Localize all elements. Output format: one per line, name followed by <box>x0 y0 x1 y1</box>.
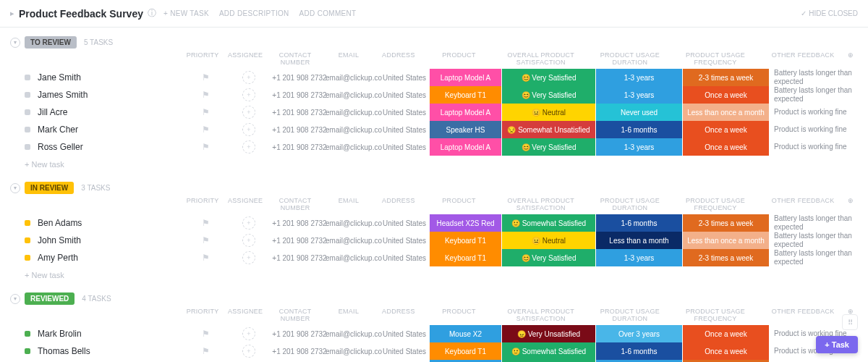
table-row[interactable]: Ben Adams⚑++1 201 908 2732email@clickup.… <box>0 214 868 232</box>
col-feedback[interactable]: OTHER FEEDBACK <box>758 51 843 66</box>
task-name[interactable]: Amy Perth <box>10 249 184 266</box>
new-task-float-button[interactable]: + Task <box>816 336 858 353</box>
col-priority[interactable]: PRIORITY <box>182 308 224 322</box>
table-row[interactable]: Jill Acre⚑++1 201 908 2732email@clickup.… <box>0 104 868 121</box>
duration-chip[interactable]: Over 3 years <box>596 325 683 342</box>
satisfaction-chip[interactable]: 😠 Very Unsatisfied <box>502 325 596 342</box>
add-column-icon[interactable]: ⊕ <box>843 51 858 66</box>
satisfaction-chip[interactable]: 😊 Very Satisfied <box>502 69 596 86</box>
assignee-avatar[interactable]: + <box>242 327 255 340</box>
task-name[interactable]: John Smith <box>10 232 184 249</box>
frequency-chip[interactable]: 2-3 times a week <box>683 69 770 86</box>
table-row[interactable]: James Smith⚑++1 201 908 2732email@clicku… <box>0 86 868 104</box>
task-name[interactable]: Ross Geller <box>10 138 184 156</box>
frequency-chip[interactable]: 2-3 times a week <box>683 249 770 266</box>
satisfaction-chip[interactable]: 😊 Very Satisfied <box>502 249 596 266</box>
satisfaction-chip[interactable]: 😐 Neutral <box>502 104 596 121</box>
table-row[interactable]: Mark Brolin⚑++1 201 908 2732email@clicku… <box>0 325 868 342</box>
frequency-chip[interactable]: Less than once a month <box>683 104 770 121</box>
assignee-avatar[interactable]: + <box>242 251 255 264</box>
product-chip[interactable]: Laptop Model A <box>430 69 502 86</box>
table-row[interactable]: Ross Geller⚑++1 201 908 2732email@clicku… <box>0 138 868 156</box>
frequency-chip[interactable]: Once a week <box>683 86 770 104</box>
col-assignee[interactable]: ASSIGNEE <box>224 308 267 322</box>
col-frequency[interactable]: PRODUCT USAGE FREQUENCY <box>673 51 758 66</box>
col-email[interactable]: EMAIL <box>324 308 374 322</box>
priority-flag-icon[interactable]: ⚑ <box>202 142 210 152</box>
frequency-chip[interactable]: 2-3 times a week <box>683 214 770 232</box>
info-icon[interactable]: ⓘ <box>148 7 156 20</box>
product-chip[interactable]: Keyboard T1 <box>430 249 502 266</box>
col-assignee[interactable]: ASSIGNEE <box>224 51 267 66</box>
duration-chip[interactable]: 1-3 years <box>596 138 683 156</box>
col-priority[interactable]: PRIORITY <box>182 197 224 211</box>
task-name[interactable]: Thomas Bells <box>10 342 184 360</box>
assignee-avatar[interactable]: + <box>242 345 255 358</box>
duration-chip[interactable]: Less than a month <box>596 232 683 249</box>
product-chip[interactable]: Headset X2S Red <box>430 214 502 232</box>
col-assignee[interactable]: ASSIGNEE <box>224 197 267 211</box>
collapse-icon[interactable]: ▾ <box>10 183 20 193</box>
col-product[interactable]: PRODUCT <box>423 197 494 211</box>
task-name[interactable]: Ben Adams <box>10 214 184 232</box>
product-chip[interactable]: Laptop Model A <box>430 104 502 121</box>
collapse-icon[interactable]: ▾ <box>10 38 20 48</box>
table-row[interactable]: Jane Smith⚑++1 201 908 2732email@clickup… <box>0 69 868 86</box>
col-priority[interactable]: PRIORITY <box>182 51 224 66</box>
collapse-icon[interactable]: ▾ <box>10 294 20 304</box>
task-name[interactable]: Jill Acre <box>10 104 184 121</box>
col-product[interactable]: PRODUCT <box>423 51 494 66</box>
satisfaction-chip[interactable]: 😊 Very Satisfied <box>502 138 596 156</box>
col-email[interactable]: EMAIL <box>324 197 374 211</box>
float-menu-icon[interactable]: ⠿ <box>842 314 858 330</box>
col-duration[interactable]: PRODUCT USAGE DURATION <box>587 308 673 322</box>
col-satisfaction[interactable]: OVERALL PRODUCT SATISFACTION <box>495 308 587 322</box>
status-pill[interactable]: REVIEWED <box>25 292 75 305</box>
product-chip[interactable]: Keyboard T1 <box>430 232 502 249</box>
duration-chip[interactable]: 1-3 years <box>596 249 683 266</box>
table-row[interactable]: Mark Cher⚑++1 201 908 2732email@clickup.… <box>0 121 868 138</box>
col-contact[interactable]: CONTACT NUMBER <box>267 197 324 211</box>
priority-flag-icon[interactable]: ⚑ <box>202 107 210 117</box>
priority-flag-icon[interactable]: ⚑ <box>202 218 210 228</box>
new-task-link[interactable]: + New task <box>0 156 868 173</box>
add-column-icon[interactable]: ⊕ <box>843 197 858 211</box>
task-name[interactable]: Mark Brolin <box>10 325 184 342</box>
priority-flag-icon[interactable]: ⚑ <box>202 235 210 245</box>
assignee-avatar[interactable]: + <box>242 88 255 101</box>
satisfaction-chip[interactable]: 😒 Somewhat Unsatisfied <box>502 121 596 138</box>
product-chip[interactable]: Laptop Model A <box>430 138 502 156</box>
col-contact[interactable]: CONTACT NUMBER <box>267 308 324 322</box>
col-email[interactable]: EMAIL <box>324 51 374 66</box>
satisfaction-chip[interactable]: 🙂 Somewhat Satisfied <box>502 342 596 360</box>
priority-flag-icon[interactable]: ⚑ <box>202 253 210 263</box>
add-description-action[interactable]: ADD DESCRIPTION <box>219 9 289 17</box>
assignee-avatar[interactable]: + <box>242 106 255 119</box>
col-frequency[interactable]: PRODUCT USAGE FREQUENCY <box>673 197 758 211</box>
assignee-avatar[interactable]: + <box>242 140 255 153</box>
priority-flag-icon[interactable]: ⚑ <box>202 329 210 339</box>
col-address[interactable]: ADDRESS <box>373 51 423 66</box>
assignee-avatar[interactable]: + <box>242 71 255 84</box>
duration-chip[interactable]: 1-6 months <box>596 121 683 138</box>
task-name[interactable]: Mark Cher <box>10 121 184 138</box>
product-chip[interactable]: Speaker HS <box>430 121 502 138</box>
frequency-chip[interactable]: Once a week <box>683 342 770 360</box>
status-pill[interactable]: TO REVIEW <box>25 36 77 49</box>
col-satisfaction[interactable]: OVERALL PRODUCT SATISFACTION <box>495 197 587 211</box>
col-satisfaction[interactable]: OVERALL PRODUCT SATISFACTION <box>495 51 587 66</box>
col-duration[interactable]: PRODUCT USAGE DURATION <box>587 197 673 211</box>
col-duration[interactable]: PRODUCT USAGE DURATION <box>587 51 673 66</box>
duration-chip[interactable]: 1-6 months <box>596 342 683 360</box>
satisfaction-chip[interactable]: 😐 Neutral <box>502 232 596 249</box>
priority-flag-icon[interactable]: ⚑ <box>202 72 210 83</box>
satisfaction-chip[interactable]: 🙂 Somewhat Satisfied <box>502 214 596 232</box>
duration-chip[interactable]: 1-6 months <box>596 214 683 232</box>
product-chip[interactable]: Mouse X2 <box>430 325 502 342</box>
new-task-link[interactable]: + New task <box>0 266 868 284</box>
product-chip[interactable]: Keyboard T1 <box>430 342 502 360</box>
table-row[interactable]: Amy Perth⚑++1 201 908 2732email@clickup.… <box>0 249 868 266</box>
col-contact[interactable]: CONTACT NUMBER <box>267 51 324 66</box>
frequency-chip[interactable]: Less than once a month <box>683 232 770 249</box>
frequency-chip[interactable]: Once a week <box>683 325 770 342</box>
